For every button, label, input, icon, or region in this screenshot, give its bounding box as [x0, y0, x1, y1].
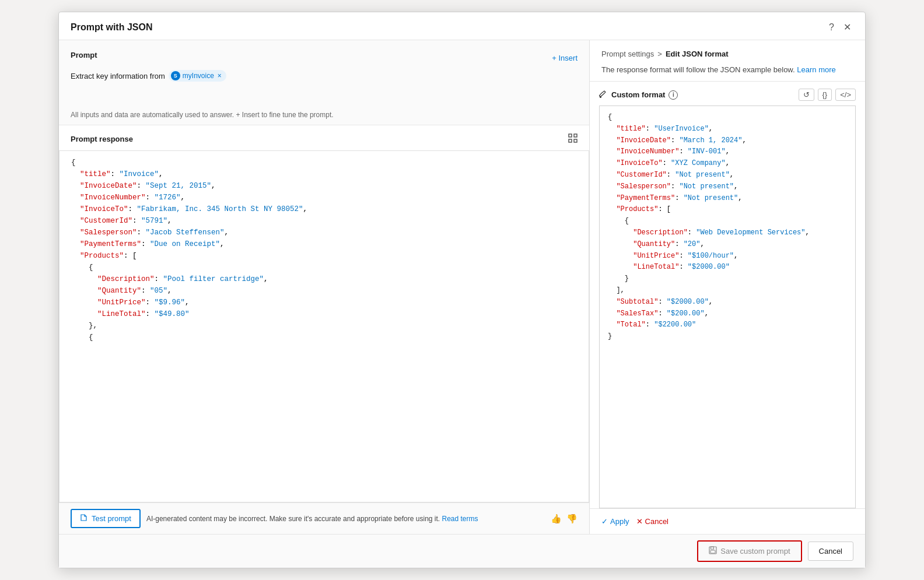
svg-rect-1: [574, 134, 577, 137]
help-icon-button[interactable]: ?: [827, 21, 836, 34]
prompt-section: Prompt + Insert Extract key information …: [59, 40, 589, 125]
apply-button[interactable]: ✓ Apply: [601, 517, 629, 526]
apply-check-icon: ✓: [601, 517, 608, 526]
prompt-text-line: Extract key information from S myInvoice…: [71, 70, 578, 82]
prompt-with-json-dialog: Prompt with JSON ? ✕ Prompt + Insert Ext…: [58, 12, 866, 568]
prompt-text-prefix: Extract key information from: [71, 72, 165, 80]
custom-format-header: Custom format i ↺ {} </>: [590, 82, 865, 106]
test-prompt-label: Test prompt: [92, 514, 131, 523]
svg-point-4: [600, 96, 601, 98]
svg-rect-2: [569, 139, 572, 142]
read-terms-link[interactable]: Read terms: [442, 515, 478, 523]
cancel-right-button[interactable]: ✕ Cancel: [636, 517, 668, 526]
format-icons: ↺ {} </>: [799, 89, 856, 101]
breadcrumb-current: Edit JSON format: [666, 50, 729, 58]
variable-chip[interactable]: S myInvoice ×: [169, 70, 226, 82]
dialog-header-icons: ? ✕: [827, 20, 853, 34]
cancel-right-label: Cancel: [645, 517, 668, 526]
info-icon[interactable]: i: [668, 90, 678, 100]
breadcrumb-separator: >: [657, 50, 662, 58]
chip-name: myInvoice: [183, 72, 214, 80]
svg-rect-3: [574, 139, 577, 142]
dialog-body: Prompt + Insert Extract key information …: [59, 40, 865, 534]
svg-rect-7: [710, 550, 715, 553]
apply-label: Apply: [610, 517, 629, 526]
right-actions: ✓ Apply ✕ Cancel: [590, 508, 865, 534]
prompt-content-area: Extract key information from S myInvoice…: [71, 65, 578, 100]
right-panel: Prompt settings > Edit JSON format The r…: [590, 40, 865, 534]
insert-button[interactable]: + Insert: [552, 54, 578, 62]
save-icon: [709, 546, 717, 556]
response-header: Prompt response: [59, 125, 589, 150]
breadcrumb-parent[interactable]: Prompt settings: [601, 50, 654, 58]
prompt-hint: All inputs and data are automatically us…: [71, 111, 578, 119]
response-code-area[interactable]: { "title": "Invoice", "InvoiceDate": "Se…: [59, 150, 589, 502]
prompt-section-label: Prompt: [71, 51, 97, 59]
left-panel: Prompt + Insert Extract key information …: [59, 40, 590, 534]
braces-icon-button[interactable]: {}: [818, 89, 832, 101]
bottom-bar: Test prompt AI-generated content may be …: [59, 502, 589, 534]
feedback-icons: 👍 👎: [551, 514, 578, 524]
json-editor-area[interactable]: { "title": "UserInvoice", "InvoiceDate":…: [599, 106, 856, 508]
close-icon-button[interactable]: ✕: [841, 20, 853, 34]
expand-icon[interactable]: [568, 133, 578, 145]
cancel-footer-button[interactable]: Cancel: [808, 542, 853, 561]
custom-format-title: Custom format i: [599, 90, 678, 100]
response-label: Prompt response: [71, 135, 133, 143]
chip-icon: S: [171, 71, 180, 80]
thumbup-icon[interactable]: 👍: [551, 514, 562, 524]
test-prompt-button[interactable]: Test prompt: [71, 509, 141, 528]
dialog-title: Prompt with JSON: [71, 22, 152, 33]
dialog-footer: Save custom prompt Cancel: [59, 534, 865, 568]
response-section: Prompt response { "title": "Invoice", "I: [59, 125, 589, 502]
test-prompt-icon: [80, 514, 88, 523]
dialog-header: Prompt with JSON ? ✕: [59, 12, 865, 40]
cancel-x-icon: ✕: [636, 517, 643, 526]
chip-remove-icon[interactable]: ×: [218, 72, 222, 80]
right-description: The response format will follow the JSON…: [590, 63, 865, 82]
paint-brush-icon: [599, 90, 608, 100]
thumbdown-icon[interactable]: 👎: [566, 514, 578, 524]
reset-icon-button[interactable]: ↺: [799, 89, 814, 101]
ai-disclaimer: AI-generated content may be incorrect. M…: [146, 515, 545, 523]
custom-format-label: Custom format: [611, 90, 665, 99]
code-icon-button[interactable]: </>: [835, 89, 856, 101]
learn-more-link[interactable]: Learn more: [797, 65, 835, 74]
breadcrumb: Prompt settings > Edit JSON format: [590, 40, 865, 63]
save-custom-prompt-button[interactable]: Save custom prompt: [697, 540, 802, 562]
save-custom-prompt-label: Save custom prompt: [720, 547, 790, 556]
svg-rect-0: [569, 134, 572, 137]
